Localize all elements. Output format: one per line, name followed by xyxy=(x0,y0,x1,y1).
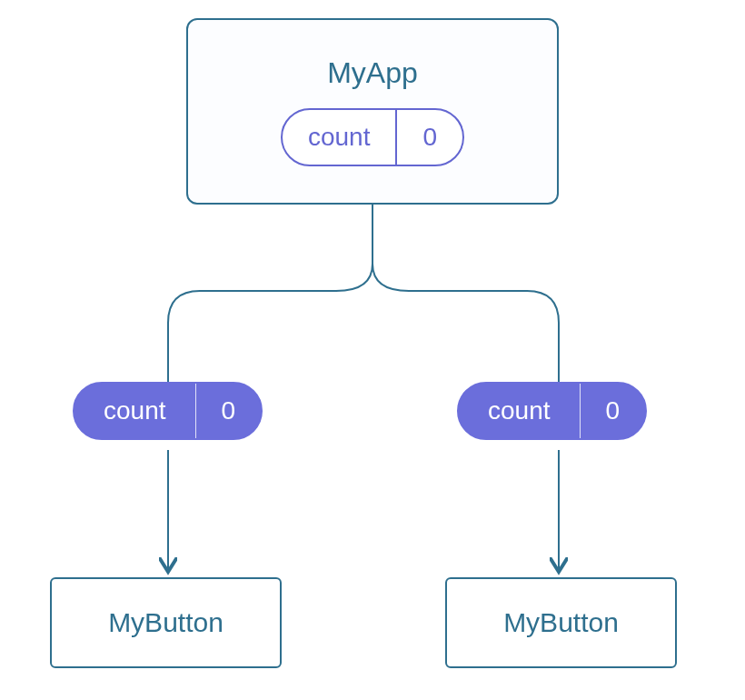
prop-label-left: count xyxy=(74,384,196,438)
myapp-component-box: MyApp count 0 xyxy=(186,18,559,205)
state-value: 0 xyxy=(397,110,462,165)
prop-label-right: count xyxy=(459,384,581,438)
state-pill: count 0 xyxy=(281,108,464,166)
prop-pill-right: count 0 xyxy=(457,382,647,440)
myapp-title: MyApp xyxy=(327,56,418,90)
prop-value-left: 0 xyxy=(196,384,262,438)
mybutton-box-right: MyButton xyxy=(445,577,677,668)
mybutton-label-right: MyButton xyxy=(503,607,619,638)
prop-pill-left: count 0 xyxy=(73,382,263,440)
prop-value-right: 0 xyxy=(581,384,646,438)
mybutton-label-left: MyButton xyxy=(108,607,224,638)
mybutton-box-left: MyButton xyxy=(50,577,282,668)
state-label: count xyxy=(283,110,398,165)
